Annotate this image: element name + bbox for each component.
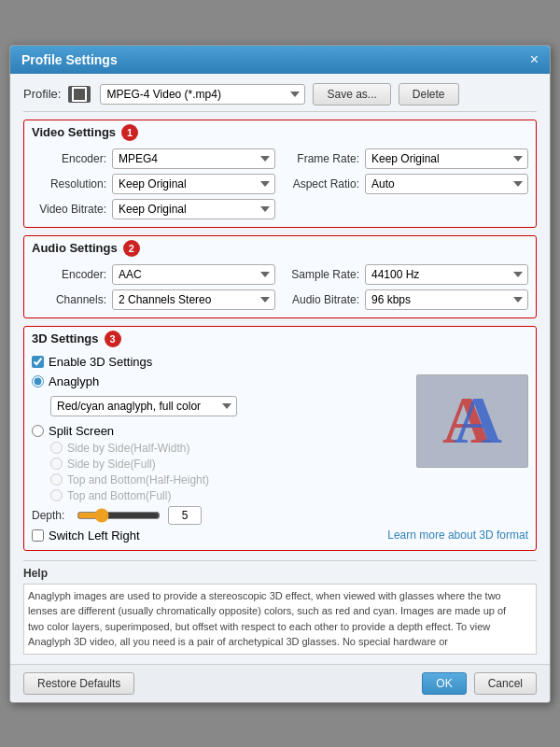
side-by-side-half-radio[interactable] xyxy=(50,442,63,454)
depth-row: Depth: xyxy=(32,506,528,525)
top-bottom-half-label: Top and Bottom(Half-Height) xyxy=(67,473,209,486)
depth-label: Depth: xyxy=(32,509,69,522)
audio-settings-badge: 2 xyxy=(123,240,140,257)
help-title: Help xyxy=(23,567,537,580)
video-settings-badge: 1 xyxy=(121,124,138,141)
frame-rate-row: Frame Rate: Keep Original xyxy=(285,148,528,169)
profile-icon xyxy=(68,86,91,103)
depth-slider[interactable] xyxy=(77,508,161,523)
3d-radio-group: Anaglyph Red/cyan anaglyph, full color S… xyxy=(32,374,407,502)
video-bitrate-row: Video Bitrate: Keep Original xyxy=(32,199,275,219)
audio-bitrate-select[interactable]: 96 kbps xyxy=(365,289,528,310)
anaglyph-a-blue: A xyxy=(454,382,502,459)
3d-settings-title: 3D Settings xyxy=(32,331,99,345)
side-by-side-full-label: Side by Side(Full) xyxy=(67,458,156,471)
aspect-ratio-label: Aspect Ratio: xyxy=(285,177,359,190)
aspect-ratio-row: Aspect Ratio: Auto xyxy=(285,174,528,194)
resolution-select[interactable]: Keep Original xyxy=(112,174,275,194)
profile-settings-dialog: Profile Settings × Profile: MPEG-4 Video… xyxy=(9,45,551,703)
audio-settings-section: Audio Settings 2 Encoder: AAC Sample Rat… xyxy=(23,235,537,318)
delete-button[interactable]: Delete xyxy=(399,83,459,106)
enable-3d-row: Enable 3D Settings xyxy=(32,355,528,369)
anaglyph-label[interactable]: Anaglyph xyxy=(49,374,99,388)
anaglyph-preview: A A xyxy=(416,374,528,468)
audio-bitrate-label: Audio Bitrate: xyxy=(285,293,359,306)
switch-row: Switch Left Right Learn more about 3D fo… xyxy=(32,529,528,543)
anaglyph-type-select[interactable]: Red/cyan anaglyph, full color xyxy=(50,396,237,416)
title-bar: Profile Settings × xyxy=(10,46,550,74)
switch-left-right-checkbox[interactable] xyxy=(32,529,44,542)
anaglyph-select-row: Red/cyan anaglyph, full color xyxy=(50,396,407,416)
audio-settings-grid: Encoder: AAC Sample Rate: 44100 Hz Chann… xyxy=(32,264,528,310)
video-settings-title: Video Settings xyxy=(32,125,116,139)
video-settings-grid: Encoder: MPEG4 Frame Rate: Keep Original… xyxy=(32,148,528,219)
frame-rate-select[interactable]: Keep Original xyxy=(365,148,528,169)
split-top-half-row: Top and Bottom(Half-Height) xyxy=(50,473,407,486)
top-bottom-half-radio[interactable] xyxy=(50,473,63,486)
split-screen-radio[interactable] xyxy=(32,425,44,437)
side-by-side-full-radio[interactable] xyxy=(50,458,63,470)
3d-settings-header: 3D Settings 3 xyxy=(32,331,528,347)
channels-label: Channels: xyxy=(32,293,106,306)
3d-settings-badge: 3 xyxy=(105,331,121,347)
help-scroll-wrap: Anaglyph images are used to provide a st… xyxy=(23,584,537,655)
audio-encoder-label: Encoder: xyxy=(32,268,106,281)
sample-rate-select[interactable]: 44100 Hz xyxy=(365,264,528,285)
split-side-half-row: Side by Side(Half-Width) xyxy=(50,442,407,455)
restore-defaults-button[interactable]: Restore Defaults xyxy=(23,672,134,695)
close-button[interactable]: × xyxy=(530,52,539,67)
resolution-label: Resolution: xyxy=(32,177,106,190)
dialog-title: Profile Settings xyxy=(21,52,118,67)
split-screen-radio-row: Split Screen xyxy=(32,424,407,438)
bottom-bar: Restore Defaults OK Cancel xyxy=(10,664,550,702)
dialog-content: Profile: MPEG-4 Video (*.mp4) Save as...… xyxy=(10,74,550,664)
cancel-button[interactable]: Cancel xyxy=(474,672,537,695)
encoder-row: Encoder: MPEG4 xyxy=(32,148,275,169)
3d-settings-section: 3D Settings 3 Enable 3D Settings Anaglyp… xyxy=(23,326,537,551)
resolution-row: Resolution: Keep Original xyxy=(32,174,275,194)
enable-3d-checkbox[interactable] xyxy=(32,356,44,368)
3d-main-row: Anaglyph Red/cyan anaglyph, full color S… xyxy=(32,374,528,502)
switch-left-right-row: Switch Left Right xyxy=(32,529,140,543)
bottom-right-buttons: OK Cancel xyxy=(422,672,537,695)
frame-rate-label: Frame Rate: xyxy=(285,152,359,165)
anaglyph-radio-row: Anaglyph xyxy=(32,374,407,388)
learn-more-link[interactable]: Learn more about 3D format xyxy=(387,529,528,542)
audio-bitrate-row: Audio Bitrate: 96 kbps xyxy=(285,289,528,310)
profile-label: Profile: xyxy=(23,87,61,101)
audio-encoder-row: Encoder: AAC xyxy=(32,264,275,285)
sample-rate-label: Sample Rate: xyxy=(285,268,359,281)
audio-settings-title: Audio Settings xyxy=(32,241,118,255)
video-bitrate-label: Video Bitrate: xyxy=(32,203,106,216)
video-settings-section: Video Settings 1 Encoder: MPEG4 Frame Ra… xyxy=(23,120,537,228)
channels-select[interactable]: 2 Channels Stereo xyxy=(112,289,275,310)
profile-row: Profile: MPEG-4 Video (*.mp4) Save as...… xyxy=(23,83,537,112)
aspect-ratio-select[interactable]: Auto xyxy=(365,174,528,194)
switch-left-right-label[interactable]: Switch Left Right xyxy=(49,529,140,543)
side-by-side-half-label: Side by Side(Half-Width) xyxy=(67,442,189,455)
sample-rate-row: Sample Rate: 44100 Hz xyxy=(285,264,528,285)
ok-button[interactable]: OK xyxy=(422,672,466,695)
video-settings-header: Video Settings 1 xyxy=(32,124,528,141)
enable-3d-label[interactable]: Enable 3D Settings xyxy=(49,355,152,369)
profile-select[interactable]: MPEG-4 Video (*.mp4) xyxy=(100,84,305,105)
split-side-full-row: Side by Side(Full) xyxy=(50,458,407,471)
split-screen-sub-options: Side by Side(Half-Width) Side by Side(Fu… xyxy=(50,442,407,502)
encoder-select[interactable]: MPEG4 xyxy=(112,148,275,169)
split-screen-label[interactable]: Split Screen xyxy=(49,424,114,438)
help-text: Anaglyph images are used to provide a st… xyxy=(28,588,532,650)
audio-settings-header: Audio Settings 2 xyxy=(32,240,528,257)
help-section: Help Anaglyph images are used to provide… xyxy=(23,560,537,655)
top-bottom-full-radio[interactable] xyxy=(50,489,63,501)
encoder-label: Encoder: xyxy=(32,152,106,165)
video-bitrate-select[interactable]: Keep Original xyxy=(112,199,275,219)
audio-encoder-select[interactable]: AAC xyxy=(112,264,275,285)
split-top-full-row: Top and Bottom(Full) xyxy=(50,489,407,502)
anaglyph-a-inner: A A xyxy=(435,384,510,458)
anaglyph-radio[interactable] xyxy=(32,375,44,388)
top-bottom-full-label: Top and Bottom(Full) xyxy=(67,489,171,502)
channels-row: Channels: 2 Channels Stereo xyxy=(32,289,275,310)
depth-value-input[interactable] xyxy=(168,506,202,525)
save-as-button[interactable]: Save as... xyxy=(313,83,390,106)
